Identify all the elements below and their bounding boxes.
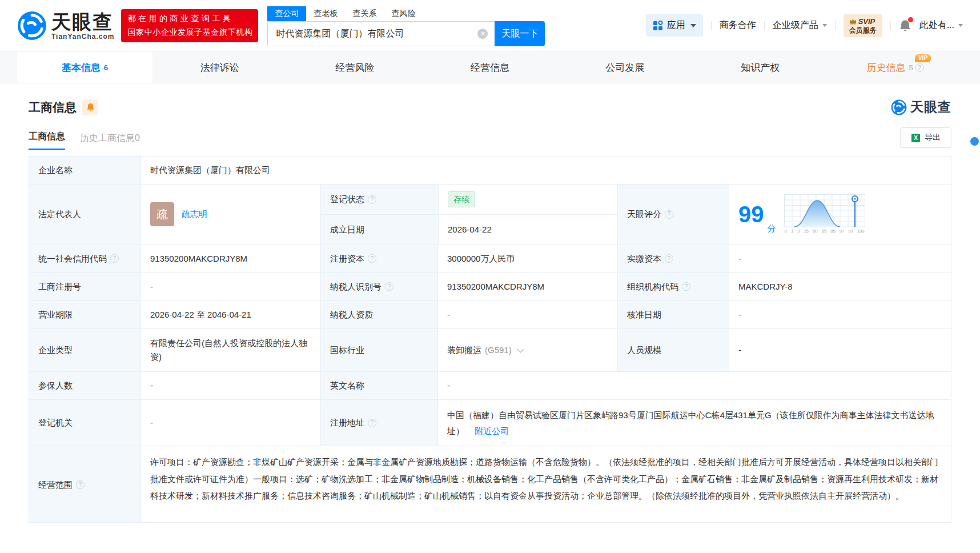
nav-cooperation[interactable]: 商务合作 — [720, 19, 756, 31]
search-button[interactable]: 天眼一下 — [495, 21, 545, 46]
help-icon[interactable] — [665, 210, 673, 219]
tab-legal-proceedings[interactable]: 法律诉讼 — [152, 52, 288, 83]
tab-label: 经营信息 — [471, 61, 509, 74]
tick: 85 — [830, 228, 835, 235]
nav-enterprise-products[interactable]: 企业级产品 — [773, 19, 827, 31]
status-badge: 存续 — [448, 191, 475, 207]
score-cell[interactable]: 99 分 — [729, 185, 951, 245]
search-tab-risk[interactable]: 查风险 — [384, 6, 423, 21]
help-icon[interactable] — [110, 254, 119, 263]
chevron-down-icon — [822, 24, 827, 27]
label-text: 注册地址 — [330, 416, 364, 430]
export-button[interactable]: X 导出 — [900, 127, 951, 148]
address-label: 注册地址 — [320, 400, 437, 446]
scope-value: 许可项目：矿产资源勘查；非煤矿山矿产资源开采；金属与非金属矿产资源地质勘探；道路… — [140, 446, 951, 522]
table-row: 经营范围 许可项目：矿产资源勘查；非煤矿山矿产资源开采；金属与非金属矿产资源地质… — [29, 446, 951, 522]
tick: 0 — [785, 228, 787, 235]
tick: 15 — [804, 228, 809, 235]
paid-capital-label: 实缴资本 — [617, 245, 729, 273]
help-icon[interactable] — [915, 63, 924, 72]
industry-code: (G591) — [485, 343, 512, 357]
table-row: 法定代表人 疏 疏志明 登记状态 存续 成立日期 2026-04-22 天眼评分 — [29, 184, 951, 245]
divider — [711, 21, 712, 30]
score-label-cell: 天眼评分 — [617, 185, 729, 245]
tab-label: 经营风险 — [335, 61, 374, 74]
search-tab-boss[interactable]: 查老板 — [306, 6, 345, 21]
term-label: 营业期限 — [29, 301, 140, 328]
address-value: 中国（福建）自由贸易试验区厦门片区象屿路93号厦门国际航运中心C栋4层431单元… — [447, 410, 934, 436]
divider — [764, 21, 765, 30]
avatar[interactable]: 疏 — [150, 202, 174, 226]
tab-business-info[interactable]: 经营信息 — [423, 52, 558, 83]
promo-line2: 国家中小企业发展子基金旗下机构 — [127, 27, 252, 38]
chevron-down-icon[interactable] — [517, 346, 523, 352]
table-row: 统一社会信用代码 91350200MAKCDRJY8M 注册资本 3000000… — [29, 245, 951, 273]
search-input[interactable] — [268, 22, 495, 46]
reg-authority-label: 登记机关 — [29, 400, 140, 446]
industry-cell[interactable]: 装卸搬运 (G591) — [437, 329, 617, 371]
export-label: 导出 — [925, 133, 941, 143]
search-tab-relation[interactable]: 查关系 — [345, 6, 384, 21]
svip-line2: 会员服务 — [849, 26, 877, 34]
subscribe-bell-button[interactable] — [82, 99, 98, 115]
approval-date-value: - — [729, 301, 951, 328]
help-icon[interactable] — [368, 254, 376, 263]
reg-no-label: 工商注册号 — [29, 273, 140, 300]
user-menu[interactable]: 此处有... — [919, 19, 963, 31]
search-tab-company[interactable]: 查公司 — [267, 6, 306, 21]
credit-code-value: 91350200MAKCDRJY8M — [140, 245, 320, 273]
tab-count: 6 — [104, 63, 108, 72]
promo-banner: 都在用的商业查询工具 国家中小企业发展子基金旗下机构 — [121, 9, 258, 42]
notifications-button[interactable] — [899, 19, 911, 33]
page: 天眼查 TianYanCha.com 都在用的商业查询工具 国家中小企业发展子基… — [0, 0, 980, 553]
company-name-label: 企业名称 — [29, 157, 140, 184]
status-date-subgrid: 登记状态 存续 成立日期 2026-04-22 — [320, 185, 617, 245]
help-icon[interactable] — [665, 254, 673, 263]
subtab-history-business-info[interactable]: 历史工商信息0 — [80, 133, 140, 150]
help-icon[interactable] — [368, 419, 376, 427]
svg-text:X: X — [914, 135, 918, 141]
section-header: 工商信息 天眼查 — [0, 83, 980, 116]
table-row: 营业期限 2026-04-22 至 2046-04-21 纳税人资质 - 核准日… — [29, 300, 951, 328]
help-icon[interactable] — [76, 480, 85, 489]
watermark-text: 天眼查 — [910, 98, 951, 116]
tick: 100 — [857, 228, 865, 235]
subtab-business-info[interactable]: 工商信息 — [29, 131, 65, 150]
tab-basic-info[interactable]: 基本信息 6 — [17, 52, 152, 83]
logo-domain: TianYanCha.com — [51, 33, 114, 40]
tab-label: 知识产权 — [741, 61, 780, 74]
nearby-companies-link[interactable]: 附近公司 — [475, 426, 509, 436]
english-name-value: - — [437, 372, 951, 399]
label-text: 组织机构代码 — [627, 280, 678, 294]
floating-widget[interactable] — [970, 137, 979, 146]
table-row: 企业类型 有限责任公司(自然人投资或控股的法人独资) 国标行业 装卸搬运 (G5… — [29, 328, 951, 371]
table-row: 参保人数 - 英文名称 - — [29, 371, 951, 399]
tianyancha-logo-icon — [17, 11, 47, 41]
label-text: 登记状态 — [330, 193, 364, 206]
industry-value: 装卸搬运 — [447, 343, 481, 357]
tab-company-development[interactable]: 公司发展 — [557, 52, 693, 83]
tab-intellectual-property[interactable]: 知识产权 — [693, 52, 828, 83]
reg-status-label: 登记状态 — [321, 185, 438, 214]
tianyancha-logo[interactable]: 天眼查 TianYanCha.com — [17, 11, 114, 41]
scope-label: 经营范围 — [29, 446, 140, 522]
score-unit: 分 — [768, 222, 776, 235]
tab-history-info[interactable]: 历史信息 5 VIP — [828, 52, 963, 83]
score-value: 99 — [738, 203, 764, 226]
notification-dot — [908, 17, 913, 22]
help-icon[interactable] — [368, 195, 376, 204]
legal-rep-link[interactable]: 疏志明 — [182, 207, 207, 221]
legal-rep-cell: 疏 疏志明 — [140, 185, 320, 245]
staff-size-label: 人员规模 — [617, 329, 729, 371]
svip-member-button[interactable]: SVIP 会员服务 — [844, 14, 882, 37]
label-text: 统一社会信用代码 — [38, 252, 107, 266]
help-icon[interactable] — [682, 282, 690, 291]
help-icon[interactable] — [385, 282, 393, 291]
apps-button[interactable]: 应用 — [646, 14, 703, 37]
credit-code-label: 统一社会信用代码 — [29, 245, 140, 273]
chevron-down-icon — [958, 24, 963, 27]
tab-operational-risk[interactable]: 经营风险 — [287, 52, 423, 83]
label-text: 纳税人识别号 — [330, 280, 381, 294]
english-name-label: 英文名称 — [320, 372, 437, 399]
business-info-table: 企业名称 时代资源集团（厦门）有限公司 法定代表人 疏 疏志明 登记状态 存续 … — [29, 156, 951, 523]
